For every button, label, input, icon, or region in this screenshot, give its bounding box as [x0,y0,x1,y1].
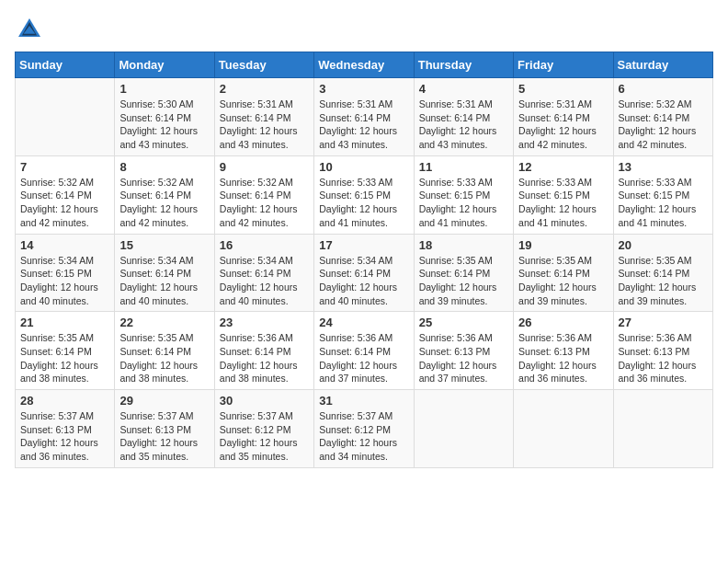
calendar-cell: 18Sunrise: 5:35 AM Sunset: 6:14 PM Dayli… [414,234,513,312]
day-info: Sunrise: 5:34 AM Sunset: 6:14 PM Dayligh… [319,254,408,308]
day-number: 17 [319,238,408,252]
calendar-cell: 16Sunrise: 5:34 AM Sunset: 6:14 PM Dayli… [214,234,313,312]
day-number: 29 [119,394,209,408]
calendar-cell: 27Sunrise: 5:36 AM Sunset: 6:13 PM Dayli… [613,312,712,390]
day-info: Sunrise: 5:32 AM Sunset: 6:14 PM Dayligh… [619,98,708,152]
calendar-cell: 25Sunrise: 5:36 AM Sunset: 6:13 PM Dayli… [414,312,513,390]
calendar-cell: 14Sunrise: 5:34 AM Sunset: 6:15 PM Dayli… [16,234,115,312]
day-info: Sunrise: 5:35 AM Sunset: 6:14 PM Dayligh… [419,254,508,308]
day-number: 2 [220,82,309,96]
week-row-4: 21Sunrise: 5:35 AM Sunset: 6:14 PM Dayli… [16,312,713,390]
day-number: 19 [518,238,608,252]
calendar-cell [16,78,115,156]
day-number: 30 [220,394,309,408]
calendar-cell: 9Sunrise: 5:32 AM Sunset: 6:14 PM Daylig… [214,155,313,234]
week-row-3: 14Sunrise: 5:34 AM Sunset: 6:15 PM Dayli… [16,234,713,312]
calendar-cell: 31Sunrise: 5:37 AM Sunset: 6:12 PM Dayli… [314,390,414,468]
day-number: 31 [319,394,408,408]
day-number: 12 [518,160,608,174]
calendar-cell: 22Sunrise: 5:35 AM Sunset: 6:14 PM Dayli… [115,312,214,390]
day-info: Sunrise: 5:34 AM Sunset: 6:14 PM Dayligh… [119,254,209,308]
day-info: Sunrise: 5:37 AM Sunset: 6:13 PM Dayligh… [119,409,209,464]
header-day-wednesday: Wednesday [314,52,414,78]
calendar-cell: 12Sunrise: 5:33 AM Sunset: 6:15 PM Dayli… [514,155,613,234]
calendar-cell: 11Sunrise: 5:33 AM Sunset: 6:15 PM Dayli… [414,155,513,234]
calendar-cell: 6Sunrise: 5:32 AM Sunset: 6:14 PM Daylig… [613,78,712,156]
day-number: 5 [518,82,608,96]
header-day-tuesday: Tuesday [214,52,313,78]
day-info: Sunrise: 5:31 AM Sunset: 6:14 PM Dayligh… [518,98,608,152]
day-info: Sunrise: 5:33 AM Sunset: 6:15 PM Dayligh… [518,176,608,230]
day-number: 28 [20,394,109,408]
day-number: 8 [119,160,209,174]
day-info: Sunrise: 5:36 AM Sunset: 6:14 PM Dayligh… [220,331,309,385]
logo-icon [15,15,44,44]
day-info: Sunrise: 5:31 AM Sunset: 6:14 PM Dayligh… [319,98,408,152]
day-info: Sunrise: 5:37 AM Sunset: 6:12 PM Dayligh… [220,409,309,464]
week-row-5: 28Sunrise: 5:37 AM Sunset: 6:13 PM Dayli… [16,390,713,468]
day-info: Sunrise: 5:36 AM Sunset: 6:13 PM Dayligh… [619,331,708,385]
day-number: 9 [220,160,309,174]
day-info: Sunrise: 5:35 AM Sunset: 6:14 PM Dayligh… [119,331,209,385]
day-info: Sunrise: 5:37 AM Sunset: 6:12 PM Dayligh… [319,409,408,464]
day-info: Sunrise: 5:32 AM Sunset: 6:14 PM Dayligh… [119,176,209,230]
day-info: Sunrise: 5:36 AM Sunset: 6:13 PM Dayligh… [518,331,608,385]
day-number: 14 [20,238,109,252]
calendar-body: 1Sunrise: 5:30 AM Sunset: 6:14 PM Daylig… [16,78,713,468]
header-day-friday: Friday [514,52,613,78]
day-info: Sunrise: 5:33 AM Sunset: 6:15 PM Dayligh… [619,176,708,230]
day-info: Sunrise: 5:35 AM Sunset: 6:14 PM Dayligh… [20,331,109,385]
calendar-cell: 13Sunrise: 5:33 AM Sunset: 6:15 PM Dayli… [613,155,712,234]
calendar-cell: 2Sunrise: 5:31 AM Sunset: 6:14 PM Daylig… [214,78,313,156]
calendar-cell: 29Sunrise: 5:37 AM Sunset: 6:13 PM Dayli… [115,390,214,468]
day-info: Sunrise: 5:37 AM Sunset: 6:13 PM Dayligh… [20,409,109,464]
day-number: 23 [220,316,309,329]
day-info: Sunrise: 5:30 AM Sunset: 6:14 PM Dayligh… [119,98,209,152]
calendar-cell: 30Sunrise: 5:37 AM Sunset: 6:12 PM Dayli… [214,390,313,468]
page-header [15,15,713,44]
day-info: Sunrise: 5:32 AM Sunset: 6:14 PM Dayligh… [20,176,109,230]
day-info: Sunrise: 5:31 AM Sunset: 6:14 PM Dayligh… [419,98,508,152]
calendar-cell: 26Sunrise: 5:36 AM Sunset: 6:13 PM Dayli… [514,312,613,390]
day-number: 1 [119,82,209,96]
day-number: 24 [319,316,408,329]
day-number: 20 [619,238,708,252]
week-row-2: 7Sunrise: 5:32 AM Sunset: 6:14 PM Daylig… [16,155,713,234]
day-number: 6 [619,82,708,96]
header-day-sunday: Sunday [16,52,115,78]
day-info: Sunrise: 5:33 AM Sunset: 6:15 PM Dayligh… [319,176,408,230]
calendar-cell: 15Sunrise: 5:34 AM Sunset: 6:14 PM Dayli… [115,234,214,312]
calendar-cell [414,390,513,468]
day-number: 16 [220,238,309,252]
day-number: 18 [419,238,508,252]
calendar-cell: 19Sunrise: 5:35 AM Sunset: 6:14 PM Dayli… [514,234,613,312]
calendar-table: SundayMondayTuesdayWednesdayThursdayFrid… [15,52,713,468]
day-number: 21 [20,316,109,329]
day-info: Sunrise: 5:36 AM Sunset: 6:13 PM Dayligh… [419,331,508,385]
calendar-cell: 28Sunrise: 5:37 AM Sunset: 6:13 PM Dayli… [16,390,115,468]
day-number: 4 [419,82,508,96]
day-number: 11 [419,160,508,174]
day-number: 13 [619,160,708,174]
calendar-cell: 3Sunrise: 5:31 AM Sunset: 6:14 PM Daylig… [314,78,414,156]
week-row-1: 1Sunrise: 5:30 AM Sunset: 6:14 PM Daylig… [16,78,713,156]
calendar-cell [514,390,613,468]
day-number: 25 [419,316,508,329]
day-number: 3 [319,82,408,96]
calendar-cell: 17Sunrise: 5:34 AM Sunset: 6:14 PM Dayli… [314,234,414,312]
calendar-cell: 5Sunrise: 5:31 AM Sunset: 6:14 PM Daylig… [514,78,613,156]
day-info: Sunrise: 5:34 AM Sunset: 6:14 PM Dayligh… [220,254,309,308]
day-number: 26 [518,316,608,329]
day-info: Sunrise: 5:35 AM Sunset: 6:14 PM Dayligh… [619,254,708,308]
calendar-cell: 10Sunrise: 5:33 AM Sunset: 6:15 PM Dayli… [314,155,414,234]
logo [15,15,48,44]
calendar-cell: 20Sunrise: 5:35 AM Sunset: 6:14 PM Dayli… [613,234,712,312]
day-info: Sunrise: 5:34 AM Sunset: 6:15 PM Dayligh… [20,254,109,308]
calendar-cell: 24Sunrise: 5:36 AM Sunset: 6:14 PM Dayli… [314,312,414,390]
header-row: SundayMondayTuesdayWednesdayThursdayFrid… [16,52,713,78]
calendar-cell: 21Sunrise: 5:35 AM Sunset: 6:14 PM Dayli… [16,312,115,390]
day-number: 27 [619,316,708,329]
day-info: Sunrise: 5:35 AM Sunset: 6:14 PM Dayligh… [518,254,608,308]
header-day-monday: Monday [115,52,214,78]
day-info: Sunrise: 5:31 AM Sunset: 6:14 PM Dayligh… [220,98,309,152]
